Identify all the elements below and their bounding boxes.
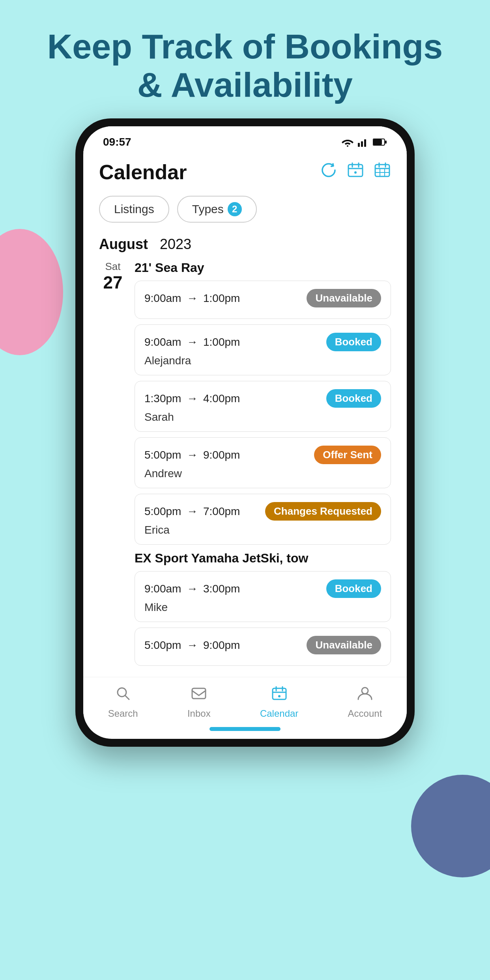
calendar-nav-icon — [271, 685, 288, 706]
day-row-27: Sat 27 21' Sea Ray 9:00am → 1:00pm Unava… — [99, 260, 391, 671]
filter-types-label: Types — [192, 202, 224, 216]
svg-point-11 — [354, 171, 357, 174]
app-title: Calendar — [99, 160, 187, 184]
day-number: 27 — [99, 273, 127, 292]
phone-screen: 09:57 — [83, 126, 407, 739]
calendar-day-icon[interactable] — [347, 161, 364, 183]
booking-time-4: 5:00pm → 9:00pm — [144, 449, 240, 461]
booking-card-6[interactable]: 9:00am → 3:00pm Booked Mike — [135, 571, 391, 622]
booking-row-4: 5:00pm → 9:00pm Offer Sent — [144, 446, 381, 464]
header-icons — [320, 161, 391, 183]
status-bar: 09:57 — [83, 126, 407, 152]
customer-name-6: Mike — [144, 601, 381, 614]
wifi-icon — [341, 137, 354, 147]
app-header: Calendar — [99, 152, 391, 192]
status-badge-booked-2: Booked — [326, 333, 381, 351]
svg-rect-5 — [373, 139, 382, 145]
nav-item-search[interactable]: Search — [108, 685, 138, 719]
calendar-grid-icon[interactable] — [374, 161, 391, 183]
listing-name-jetski: EX Sport Yamaha JetSki, tow — [135, 551, 391, 566]
decorative-circle-blue — [411, 775, 490, 877]
filter-listings-label: Listings — [114, 202, 154, 216]
nav-item-account[interactable]: Account — [348, 685, 382, 719]
booking-card-7[interactable]: 5:00pm → 9:00pm Unavailable — [135, 628, 391, 666]
nav-item-calendar[interactable]: Calendar — [260, 685, 298, 719]
booking-time-1: 9:00am → 1:00pm — [144, 292, 240, 305]
page-header: Keep Track of Bookings & Availability — [0, 0, 490, 124]
svg-rect-21 — [192, 688, 206, 699]
day-name: Sat — [99, 260, 127, 273]
battery-icon — [373, 138, 387, 146]
status-badge-offer-4: Offer Sent — [314, 446, 381, 464]
filter-types-badge: 2 — [228, 202, 242, 216]
status-badge-changes-5: Changes Requested — [265, 502, 381, 521]
nav-label-account: Account — [348, 708, 382, 719]
headline: Keep Track of Bookings & Availability — [24, 28, 466, 104]
booking-time-7: 5:00pm → 9:00pm — [144, 639, 240, 652]
filter-tabs: Listings Types 2 — [99, 192, 391, 232]
nav-item-inbox[interactable]: Inbox — [187, 685, 211, 719]
booking-row-2: 9:00am → 1:00pm Booked — [144, 333, 381, 351]
refresh-icon[interactable] — [320, 161, 337, 183]
booking-card-2[interactable]: 9:00am → 1:00pm Booked Alejandra — [135, 324, 391, 375]
svg-rect-7 — [348, 165, 363, 176]
svg-rect-22 — [273, 688, 286, 699]
nav-label-calendar: Calendar — [260, 708, 298, 719]
month-name: August — [99, 236, 148, 252]
svg-line-20 — [125, 695, 129, 699]
status-badge-booked-6: Booked — [326, 579, 381, 598]
svg-point-26 — [278, 695, 281, 697]
month-year: 2023 — [160, 236, 191, 252]
nav-label-search: Search — [108, 708, 138, 719]
decorative-circle-pink — [0, 229, 63, 355]
customer-name-2: Alejandra — [144, 354, 381, 367]
customer-name-4: Andrew — [144, 467, 381, 480]
status-badge-unavailable-7: Unavailable — [307, 636, 381, 654]
status-badge-unavailable-1: Unavailable — [307, 289, 381, 307]
booking-row-1: 9:00am → 1:00pm Unavailable — [144, 289, 381, 307]
filter-tab-types[interactable]: Types 2 — [177, 196, 257, 223]
listing-name-searay: 21' Sea Ray — [135, 260, 391, 275]
booking-time-5: 5:00pm → 7:00pm — [144, 505, 240, 518]
booking-row-6: 9:00am → 3:00pm Booked — [144, 579, 381, 598]
account-icon — [357, 685, 373, 706]
svg-rect-3 — [364, 139, 366, 147]
customer-name-3: Sarah — [144, 411, 381, 423]
booking-time-2: 9:00am → 1:00pm — [144, 336, 240, 349]
booking-card-3[interactable]: 1:30pm → 4:00pm Booked Sarah — [135, 381, 391, 432]
phone-wrapper: 09:57 — [75, 118, 415, 747]
svg-point-0 — [347, 145, 348, 147]
svg-rect-1 — [358, 143, 360, 147]
svg-point-27 — [362, 688, 368, 694]
app-content: Calendar — [83, 152, 407, 677]
booking-row-5: 5:00pm → 7:00pm Changes Requested — [144, 502, 381, 521]
filter-tab-listings[interactable]: Listings — [99, 196, 169, 223]
booking-card-4[interactable]: 5:00pm → 9:00pm Offer Sent Andrew — [135, 437, 391, 488]
status-time: 09:57 — [103, 136, 131, 148]
status-icons — [341, 137, 387, 147]
booking-row-7: 5:00pm → 9:00pm Unavailable — [144, 636, 381, 654]
booking-card-1[interactable]: 9:00am → 1:00pm Unavailable — [135, 281, 391, 319]
booking-row-3: 1:30pm → 4:00pm Booked — [144, 389, 381, 408]
booking-card-5[interactable]: 5:00pm → 7:00pm Changes Requested Erica — [135, 494, 391, 545]
status-badge-booked-3: Booked — [326, 389, 381, 408]
svg-rect-12 — [375, 165, 389, 176]
phone-frame: 09:57 — [75, 118, 415, 747]
booking-time-6: 9:00am → 3:00pm — [144, 583, 240, 595]
customer-name-5: Erica — [144, 524, 381, 536]
svg-rect-6 — [385, 141, 387, 144]
nav-label-inbox: Inbox — [187, 708, 211, 719]
svg-rect-2 — [361, 141, 363, 147]
search-icon — [115, 685, 131, 706]
day-label: Sat 27 — [99, 260, 127, 292]
bottom-nav: Search Inbox — [83, 677, 407, 723]
home-indicator — [209, 727, 281, 731]
inbox-icon — [191, 685, 207, 706]
listing-section-searay: 21' Sea Ray 9:00am → 1:00pm Unavailable — [135, 260, 391, 671]
booking-time-3: 1:30pm → 4:00pm — [144, 392, 240, 405]
signal-icon — [358, 137, 369, 147]
month-header: August 2023 — [99, 232, 391, 260]
